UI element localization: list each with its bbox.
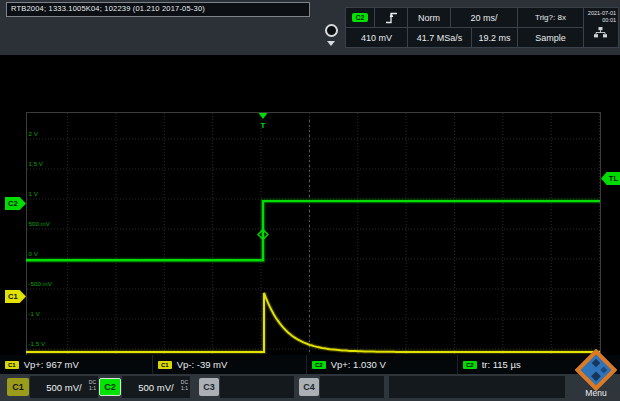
datetime-panel[interactable]: 2021-07-01 00:01: [583, 7, 619, 48]
channel-c4-button[interactable]: C4: [299, 378, 319, 396]
y-tick-label: 2 V: [29, 130, 39, 137]
rising-edge-icon: [385, 10, 398, 25]
channel-c1-settings[interactable]: 500 mV/ DC1:1: [30, 376, 98, 398]
measurement-3-value: Vp+: 1.030 V: [331, 359, 386, 370]
channel-c2-settings[interactable]: 500 mV/ DC1:1: [122, 376, 190, 398]
c1-badge: C1: [5, 361, 19, 369]
channel-c4-settings[interactable]: [320, 376, 384, 398]
channel-c2-button[interactable]: C2: [99, 378, 121, 396]
c1-badge: C1: [158, 361, 172, 369]
lan-status-icon: [584, 27, 616, 38]
measurement-4[interactable]: C2 tr: 115 µs: [458, 355, 568, 374]
measurement-1-value: Vp+: 967 mV: [24, 359, 79, 370]
trigger-mode-cell[interactable]: Norm: [408, 8, 450, 27]
trigger-source-cell[interactable]: C2: [346, 8, 374, 27]
measurement-3[interactable]: C2 Vp+: 1.030 V: [307, 355, 458, 374]
nav-dial-icon[interactable]: [325, 24, 338, 37]
measurement-1[interactable]: C1 Vp+: 967 mV: [0, 355, 153, 374]
y-tick-label: 1 V: [29, 190, 39, 197]
c2-coupling-probe: DC1:1: [181, 379, 188, 391]
trigger-acquisition-header: C2 Norm 20 ms/ Trig?: 8x 410 mV 41.7 MSa…: [345, 7, 584, 48]
extra-settings-panel[interactable]: [389, 376, 565, 398]
trigger-level-cell[interactable]: 410 mV: [346, 28, 407, 47]
channel-bar: C1 500 mV/ DC1:1 C2 500 mV/ DC1:1 C3 C4: [0, 374, 620, 401]
rohde-schwarz-logo-icon: [575, 349, 617, 391]
waveform-display-area: -80,8 ms-60,8 ms-40,8 ms-20,8 ms-800 µs1…: [0, 55, 620, 355]
menu-button[interactable]: Menu: [574, 352, 618, 400]
y-tick-label: -500 mV: [29, 280, 53, 287]
channel-c1-button[interactable]: C1: [7, 378, 29, 396]
oscilloscope-screen: RTB2004; 1333.1005K04; 102239 (01.210 20…: [0, 0, 620, 401]
trigger-time-label: T: [261, 121, 266, 130]
y-tick-label: -1,5 V: [29, 340, 46, 347]
measurement-bar: C1 Vp+: 967 mV C1 Vp-: -39 mV C2 Vp+: 1.…: [0, 355, 620, 374]
y-tick-label: 0 V: [29, 250, 39, 257]
c2-badge: C2: [463, 361, 477, 369]
c2-badge: C2: [312, 361, 326, 369]
trigger-source-badge: C2: [352, 13, 369, 22]
chevron-down-icon[interactable]: [327, 41, 335, 46]
timebase-cell[interactable]: 20 ms/: [451, 8, 517, 27]
acquisition-mode-cell[interactable]: Sample: [518, 28, 583, 47]
measurement-2-value: Vp-: -39 mV: [177, 359, 228, 370]
y-tick-label: 500 mV: [29, 220, 51, 227]
measurement-4-value: tr: 115 µs: [482, 359, 521, 370]
sample-rate-cell: 41.7 MSa/s: [408, 28, 471, 47]
date-text: 2021-07-01: [584, 10, 616, 17]
y-tick-label: -1 V: [29, 310, 41, 317]
header-row-2: 410 mV 41.7 MSa/s 19.2 ms Sample: [346, 28, 583, 47]
trigger-status-cell: Trig?: 8x: [518, 8, 583, 27]
channel-c3-settings[interactable]: [220, 376, 294, 398]
y-tick-label: 1,5 V: [29, 160, 44, 167]
time-text: 00:01: [584, 17, 616, 24]
channel-c3-button[interactable]: C3: [199, 378, 219, 396]
horizontal-position-cell[interactable]: 19.2 ms: [472, 28, 517, 47]
c1-coupling-probe: DC1:1: [89, 379, 96, 391]
header-row-1: C2 Norm 20 ms/ Trig?: 8x: [346, 8, 583, 27]
device-title: RTB2004; 1333.1005K04; 102239 (01.210 20…: [6, 2, 310, 17]
measurement-2[interactable]: C1 Vp-: -39 mV: [153, 355, 307, 374]
trigger-slope-cell[interactable]: [375, 8, 407, 27]
